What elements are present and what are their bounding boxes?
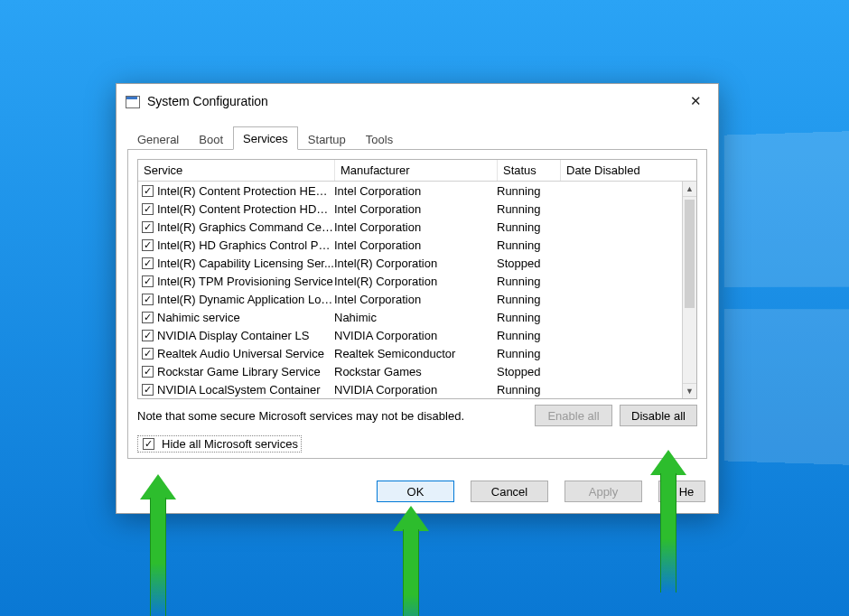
annotation-arrow [393,506,429,616]
service-row[interactable]: ✓Intel(R) Graphics Command Cen...Intel C… [138,218,682,236]
service-manufacturer: Intel Corporation [334,238,497,252]
column-service[interactable]: Service [138,160,335,181]
ok-button[interactable]: OK [377,481,454,502]
checkbox-icon[interactable]: ✓ [142,257,154,269]
service-name: Intel(R) Capability Licensing Ser... [157,257,334,270]
checkbox-icon[interactable]: ✓ [142,203,154,215]
apply-button[interactable]: Apply [564,481,642,502]
checkbox-icon[interactable]: ✓ [142,348,154,359]
tab-startup[interactable]: Startup [298,127,356,150]
window-title: System Configuration [147,94,268,108]
checkbox-icon[interactable]: ✓ [142,366,154,378]
service-status: Stopped [497,257,560,270]
hide-microsoft-services-checkbox[interactable]: ✓ Hide all Microsoft services [137,435,302,453]
service-manufacturer: Nahimic [334,311,497,324]
checkbox-icon[interactable]: ✓ [142,239,154,251]
enable-all-button[interactable]: Enable all [535,405,612,426]
service-row[interactable]: ✓Intel(R) Content Protection HECI...Inte… [138,182,682,200]
service-status: Running [497,202,560,216]
service-manufacturer: Realtek Semiconductor [334,347,497,360]
service-manufacturer: Intel Corporation [334,293,497,306]
service-name: Intel(R) Graphics Command Cen... [157,220,334,234]
checkbox-icon[interactable]: ✓ [142,330,154,341]
annotation-arrow [140,474,176,616]
system-configuration-dialog: System Configuration ✕ General Boot Serv… [116,83,719,514]
tab-strip: General Boot Services Startup Tools [127,126,707,150]
close-icon: ✕ [690,93,702,109]
service-name: NVIDIA LocalSystem Container [157,383,334,397]
scroll-down-button[interactable]: ▼ [683,383,696,398]
service-manufacturer: NVIDIA Corporation [334,383,497,397]
column-date-disabled[interactable]: Date Disabled [561,160,696,181]
checkbox-icon[interactable]: ✓ [142,384,154,396]
checkbox-icon[interactable]: ✓ [142,294,154,305]
note-text: Note that some secure Microsoft services… [137,409,527,423]
tab-services[interactable]: Services [233,126,298,150]
checkbox-icon[interactable]: ✓ [142,185,154,197]
service-status: Stopped [497,365,560,378]
tab-tools[interactable]: Tools [356,127,403,150]
hide-microsoft-label: Hide all Microsoft services [162,437,298,451]
service-manufacturer: NVIDIA Corporation [334,329,497,342]
annotation-arrow [650,450,686,594]
service-row[interactable]: ✓Nahimic serviceNahimicRunning [138,308,682,326]
service-row[interactable]: ✓NVIDIA Display Container LSNVIDIA Corpo… [138,326,682,344]
scroll-up-button[interactable]: ▲ [683,182,696,197]
checkbox-icon[interactable]: ✓ [142,312,154,323]
service-row[interactable]: ✓Intel(R) Capability Licensing Ser...Int… [138,254,682,272]
service-manufacturer: Intel Corporation [334,220,497,234]
service-status: Running [497,347,560,360]
service-row[interactable]: ✓Rockstar Game Library ServiceRockstar G… [138,362,682,380]
service-name: Intel(R) TPM Provisioning Service [157,275,334,288]
service-name: Intel(R) Content Protection HECI... [157,184,334,198]
service-status: Running [497,329,560,342]
service-row[interactable]: ✓Intel(R) Dynamic Application Loa...Inte… [138,290,682,308]
checkbox-icon: ✓ [143,438,154,450]
service-manufacturer: Intel(R) Corporation [334,275,497,288]
services-list: Service Manufacturer Status Date Disable… [137,159,697,399]
service-manufacturer: Intel(R) Corporation [334,257,497,270]
service-row[interactable]: ✓Intel(R) HD Graphics Control Pa...Intel… [138,236,682,254]
cancel-button[interactable]: Cancel [471,481,548,502]
disable-all-button[interactable]: Disable all [620,405,697,426]
app-icon [126,94,140,108]
service-name: Intel(R) Content Protection HDC... [157,202,334,216]
service-row[interactable]: ✓Realtek Audio Universal ServiceRealtek … [138,344,682,362]
tab-boot[interactable]: Boot [189,127,233,150]
service-name: Nahimic service [157,311,334,324]
service-status: Running [497,238,560,252]
service-name: Realtek Audio Universal Service [157,347,334,360]
service-name: Intel(R) HD Graphics Control Pa... [157,238,334,252]
service-manufacturer: Intel Corporation [334,202,497,216]
service-name: Rockstar Game Library Service [157,365,334,378]
vertical-scrollbar[interactable]: ▲ ▼ [682,182,696,398]
titlebar: System Configuration ✕ [117,84,718,118]
service-manufacturer: Intel Corporation [334,184,497,198]
column-headers: Service Manufacturer Status Date Disable… [138,160,696,182]
service-row[interactable]: ✓NVIDIA LocalSystem ContainerNVIDIA Corp… [138,380,682,398]
column-manufacturer[interactable]: Manufacturer [335,160,498,181]
column-status[interactable]: Status [498,160,561,181]
scroll-thumb[interactable] [685,200,695,308]
service-manufacturer: Rockstar Games [334,365,497,378]
service-status: Running [497,275,560,288]
service-status: Running [497,311,560,324]
checkbox-icon[interactable]: ✓ [142,275,154,287]
service-status: Running [497,383,560,397]
service-status: Running [497,293,560,306]
service-status: Running [497,220,560,234]
checkbox-icon[interactable]: ✓ [142,221,154,233]
service-row[interactable]: ✓Intel(R) Content Protection HDC...Intel… [138,200,682,218]
close-button[interactable]: ✕ [675,88,716,115]
tab-general[interactable]: General [127,127,189,150]
services-panel: Service Manufacturer Status Date Disable… [127,150,707,459]
service-name: NVIDIA Display Container LS [157,329,334,342]
service-row[interactable]: ✓Intel(R) TPM Provisioning ServiceIntel(… [138,272,682,290]
service-status: Running [497,184,560,198]
service-name: Intel(R) Dynamic Application Loa... [157,293,334,306]
